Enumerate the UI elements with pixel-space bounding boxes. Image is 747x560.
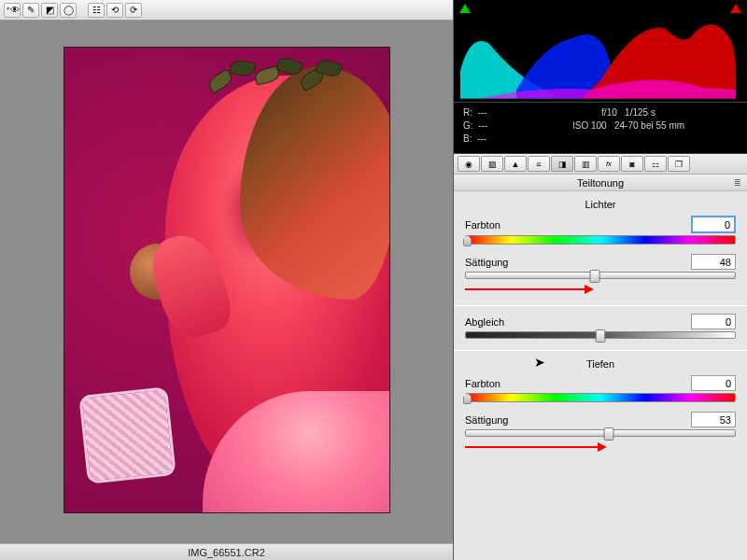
fx-icon: fx: [606, 160, 612, 168]
balance-input[interactable]: [691, 314, 736, 329]
tab-basic[interactable]: ◉: [458, 156, 480, 172]
split-icon: ◨: [558, 160, 567, 169]
highlights-sat-thumb[interactable]: [590, 270, 600, 283]
histogram[interactable]: [454, 0, 747, 103]
mouse-cursor-icon: ➤: [534, 355, 545, 370]
right-pane: R: --- G: --- B: --- f/10 1/125 s ISO 10…: [454, 0, 747, 560]
shadows-sat-thumb[interactable]: [603, 427, 613, 441]
panel-title: Teiltonung: [577, 177, 624, 189]
list-tool-button[interactable]: ☷: [88, 3, 105, 18]
tab-camera[interactable]: ◙: [621, 156, 643, 172]
stack-icon: ❐: [675, 160, 683, 169]
app-root: ⁺👁 ✎ ◩ ◯ ☷ ⟲ ⟳: [0, 0, 747, 560]
highlights-hue-slider[interactable]: [465, 235, 736, 245]
tab-fx[interactable]: fx: [598, 156, 620, 172]
shadows-title: Tiefen: [465, 358, 736, 370]
tab-snapshots[interactable]: ❐: [668, 156, 690, 172]
histogram-graph: [460, 6, 740, 99]
left-pane: ⁺👁 ✎ ◩ ◯ ☷ ⟲ ⟳: [0, 0, 454, 560]
image-preview-area: [0, 21, 453, 543]
shadows-hue-label: Farbton: [465, 378, 691, 389]
metadata-row: R: --- G: --- B: --- f/10 1/125 s ISO 10…: [454, 103, 747, 154]
annotation-arrow-2: [465, 441, 736, 454]
ellipse-icon: ◯: [63, 5, 74, 15]
tab-curve[interactable]: ▨: [481, 156, 503, 172]
zoom-tool-button[interactable]: ⁺👁: [4, 3, 21, 18]
panel-tabs: ◉ ▨ ▲ ≡ ◨ ▥ fx ◙ ⚏ ❐: [454, 154, 747, 175]
curve-icon: ▨: [488, 160, 497, 169]
eye-plus-icon: ⁺👁: [6, 5, 20, 15]
tab-split-toning[interactable]: ◨: [551, 156, 573, 172]
rotate-ccw-icon: ⟲: [111, 5, 119, 15]
panel-header: Teiltonung ≣: [454, 175, 747, 191]
crop-tool-button[interactable]: ◯: [60, 3, 77, 18]
highlights-sat-label: Sättigung: [465, 257, 691, 268]
shadows-sat-slider[interactable]: [465, 429, 736, 437]
rotate-cw-button[interactable]: ⟳: [125, 3, 142, 18]
image-preview[interactable]: [63, 47, 390, 513]
highlights-sat-slider[interactable]: [465, 272, 736, 279]
filename-bar: IMG_66551.CR2: [0, 543, 453, 560]
rotate-cw-icon: ⟳: [130, 5, 137, 15]
exif-readout: f/10 1/125 s ISO 100 24-70 bei 55 mm: [519, 106, 738, 146]
tab-hsl[interactable]: ≡: [528, 156, 550, 172]
camera-icon: ◙: [629, 160, 634, 169]
tab-presets[interactable]: ⚏: [644, 156, 667, 172]
annotation-arrow-1: [465, 283, 736, 296]
white-balance-tool-button[interactable]: ✎: [22, 3, 39, 18]
tab-detail[interactable]: ▲: [504, 156, 527, 172]
shadows-hue-input[interactable]: [691, 375, 736, 391]
brush-icon: ✎: [27, 5, 35, 15]
list-icon: ☷: [92, 5, 101, 15]
bars-icon: ≡: [536, 160, 541, 169]
highlights-sat-input[interactable]: [691, 254, 736, 270]
rotate-ccw-button[interactable]: ⟲: [106, 3, 123, 18]
split-toning-panel: Lichter Farbton Sättigung A: [454, 191, 747, 469]
panel-menu-icon[interactable]: ≣: [734, 178, 741, 188]
rgb-readout: R: --- G: --- B: ---: [463, 106, 519, 146]
target-icon: ◩: [46, 5, 54, 15]
highlights-hue-label: Farbton: [465, 219, 691, 231]
shadows-sat-input[interactable]: [691, 412, 736, 427]
balance-thumb[interactable]: [596, 329, 606, 343]
highlights-title: Lichter: [465, 199, 736, 210]
tab-lens[interactable]: ▥: [574, 156, 597, 172]
sliders-icon: ⚏: [652, 160, 659, 169]
shadows-sat-label: Sättigung: [465, 414, 691, 426]
highlights-hue-thumb[interactable]: [463, 235, 472, 246]
balance-label: Abgleich: [465, 316, 691, 328]
shadows-hue-thumb[interactable]: [463, 393, 472, 404]
color-sampler-button[interactable]: ◩: [41, 3, 58, 18]
preview-toolbar: ⁺👁 ✎ ◩ ◯ ☷ ⟲ ⟳: [0, 0, 453, 21]
balance-slider[interactable]: [465, 331, 736, 339]
triangle-icon: ▲: [512, 160, 520, 169]
lens-icon: ▥: [582, 160, 590, 169]
highlights-hue-input[interactable]: [691, 216, 736, 233]
filename-label: IMG_66551.CR2: [188, 547, 265, 558]
shadows-hue-slider[interactable]: [465, 393, 736, 402]
aperture-icon: ◉: [465, 160, 472, 169]
